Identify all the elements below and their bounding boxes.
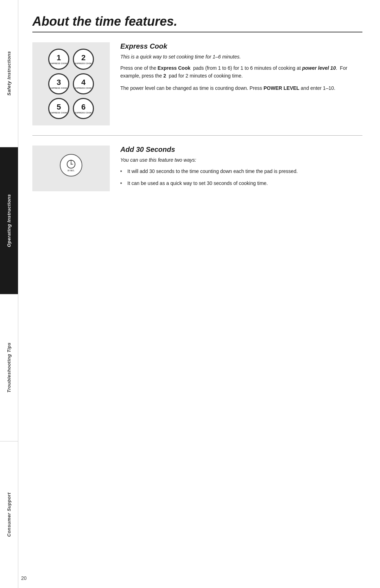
add-30-bullet-list: It will add 30 seconds to the time count…	[120, 168, 362, 187]
add-30-bullet-2: It can be used as a quick way to set 30 …	[120, 180, 362, 187]
express-cook-btn-3[interactable]: 3 EXPRESS COOK	[48, 73, 69, 94]
express-cook-section: 1 EXPRESS COOK 2 EXPRESS COOK 3 EXPRESS …	[32, 42, 362, 125]
express-cook-text: Express Cook This is a quick way to set …	[120, 42, 362, 125]
express-cook-subtitle: This is a quick way to set cooking time …	[120, 54, 362, 60]
express-btn-label-4: EXPRESS COOK	[75, 87, 92, 89]
page-number: 20	[21, 575, 27, 581]
express-btn-label-3: EXPRESS COOK	[50, 87, 67, 89]
add-30-text: Add 30 Seconds You can use this feature …	[120, 146, 362, 191]
express-cook-heading: Express Cook	[120, 42, 362, 50]
express-btn-label-6: EXPRESS COOK	[75, 112, 92, 114]
sidebar-section-consumer[interactable]: Consumer Support	[0, 441, 18, 588]
main-content: About the time features. 1 EXPRESS COOK …	[18, 0, 380, 588]
express-btn-number-3: 3	[57, 79, 61, 86]
express-btn-number-2: 2	[81, 54, 86, 62]
express-cook-btn-1[interactable]: 1 EXPRESS COOK	[48, 49, 69, 70]
sidebar-label-operating: Operating Instructions	[6, 194, 12, 247]
express-cook-btn-2[interactable]: 2 EXPRESS COOK	[73, 49, 94, 70]
express-btn-label-5: EXPRESS COOK	[50, 112, 67, 114]
sidebar-label-safety: Safety Instructions	[6, 51, 12, 96]
express-btn-number-6: 6	[81, 103, 86, 111]
title-divider	[32, 32, 362, 32]
express-cook-body2: The power level can be changed as time i…	[120, 85, 362, 92]
clock-icon	[66, 159, 76, 169]
add-30-btn[interactable]: 30 SEC.	[60, 154, 82, 177]
add-30-subtitle: You can use this feature two ways:	[120, 157, 362, 163]
add-30-button-panel: 30 SEC.	[32, 146, 110, 191]
express-cook-button-panel: 1 EXPRESS COOK 2 EXPRESS COOK 3 EXPRESS …	[32, 42, 110, 125]
sidebar-label-troubleshooting: Troubleshooting Tips	[6, 342, 12, 392]
svg-rect-4	[70, 160, 72, 161]
sidebar-label-consumer: Consumer Support	[6, 493, 12, 537]
add-30-heading: Add 30 Seconds	[120, 146, 362, 154]
add-30-btn-label: 30 SEC.	[68, 169, 75, 172]
express-cook-btn-5[interactable]: 5 EXPRESS COOK	[48, 98, 69, 119]
express-btn-label-2: EXPRESS COOK	[75, 62, 92, 64]
sidebar: Safety Instructions Operating Instructio…	[0, 0, 18, 588]
express-btn-label-1: EXPRESS COOK	[50, 62, 67, 64]
express-cook-btn-6[interactable]: 6 EXPRESS COOK	[73, 98, 94, 119]
express-cook-btn-4[interactable]: 4 EXPRESS COOK	[73, 73, 94, 94]
express-btn-number-4: 4	[81, 79, 86, 86]
express-btn-number-5: 5	[57, 103, 61, 111]
section-divider	[32, 135, 362, 136]
express-cook-body1: Press one of the Express Cook pads (from…	[120, 64, 362, 80]
express-btn-number-1: 1	[57, 54, 61, 62]
sidebar-section-troubleshooting[interactable]: Troubleshooting Tips	[0, 294, 18, 441]
sidebar-section-operating[interactable]: Operating Instructions	[0, 147, 18, 295]
add-30-bullet-1: It will add 30 seconds to the time count…	[120, 168, 362, 175]
sidebar-section-safety[interactable]: Safety Instructions	[0, 0, 18, 147]
page-title: About the time features.	[32, 14, 362, 29]
add-30-section: 30 SEC. Add 30 Seconds You can use this …	[32, 146, 362, 191]
